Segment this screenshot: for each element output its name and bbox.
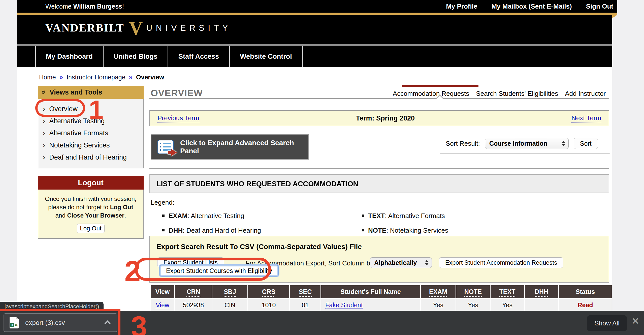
chevron-right-icon: › (43, 117, 45, 125)
col-crn[interactable]: CRN (175, 285, 212, 299)
nav-item-unified-blogs[interactable]: Unified Blogs (104, 46, 168, 67)
select-spinner-icon (425, 260, 429, 265)
account-links: My Profile My Mailbox (Sent E-Mails) Sig… (446, 3, 613, 10)
expand-advanced-search-button[interactable]: Click to Expand Advanced Search Panel (151, 134, 309, 160)
cell-crn: 502938 (175, 299, 212, 311)
nav-item-website-control[interactable]: Website Control (230, 46, 302, 67)
tab-bar: Accommodation Requests Search Students' … (393, 90, 606, 98)
list-section-header: LIST OF STUDENTS WHO REQUESTED ACCOMMODA… (149, 174, 609, 193)
breadcrumb-home[interactable]: Home (39, 74, 56, 81)
cell-exam: Yes (421, 299, 456, 311)
tab-accommodation-requests[interactable]: Accommodation Requests (393, 90, 469, 98)
chevron-right-icon: › (43, 142, 45, 149)
sort-button[interactable]: Sort (574, 138, 598, 149)
vanderbilt-v-icon: V (129, 18, 143, 38)
bullet-icon (362, 215, 364, 217)
col-note[interactable]: NOTE (456, 285, 491, 299)
students-table: View CRN SBJ CRS SEC Student's Full Name… (151, 285, 612, 311)
breadcrumb-instructor-homepage[interactable]: Instructor Homepage (67, 74, 125, 81)
logo-band: VANDERBILT V UNIVERSITY (17, 15, 612, 44)
legend-label: Legend: (151, 199, 538, 206)
sidebar-item-notetaking-services[interactable]: › Notetaking Services (38, 139, 143, 151)
breadcrumb: Home » Instructor Homepage » Overview (39, 73, 164, 81)
sort-result-box: Sort Result: Course Information Sort (440, 133, 610, 154)
chevron-right-icon: › (43, 154, 45, 161)
chevron-right-icon: » (129, 73, 133, 81)
col-status: Status (559, 285, 612, 299)
bullet-icon (162, 229, 165, 231)
logout-header: Logout (38, 176, 144, 190)
breadcrumb-overview: Overview (136, 74, 164, 81)
term-bar: Previous Term Term: Spring 2020 Next Ter… (149, 110, 609, 126)
nav-item-my-dashboard[interactable]: My Dashboard (36, 46, 103, 67)
cell-sbj: CIN (212, 299, 248, 311)
legend-item-exam: EXAM: Alternative Testing (162, 212, 362, 220)
col-sec[interactable]: SEC (290, 285, 321, 299)
sort-result-label: Sort Result: (446, 140, 480, 147)
screen: Welcome William Burgess! My Profile My M… (0, 0, 644, 335)
annotation-ring-step3 (0, 309, 120, 335)
my-profile-link[interactable]: My Profile (446, 3, 477, 10)
annotation-number-3: 3 (131, 312, 147, 335)
table-header-row: View CRN SBJ CRS SEC Student's Full Name… (151, 285, 612, 299)
export-section-title: Export Search Result To CSV (Comma-Separ… (156, 243, 362, 251)
active-tab-caret (436, 96, 443, 99)
view-link[interactable]: View (156, 301, 169, 309)
double-chevron-down-icon: » (40, 90, 48, 95)
nav-separator (302, 46, 303, 67)
red-arrow-icon (171, 149, 177, 156)
cell-dhh (525, 299, 559, 311)
main-nav: My Dashboard Unified Blogs Staff Access … (17, 46, 612, 67)
user-name: William Burgess (73, 3, 122, 10)
search-panel-icon (157, 140, 174, 154)
sidebar-item-deaf-and-hard-of-hearing[interactable]: › Deaf and Hard of Hearing (38, 151, 143, 163)
col-view: View (151, 285, 175, 299)
show-all-button[interactable]: Show All (587, 315, 627, 331)
next-term-link[interactable]: Next Term (571, 114, 601, 123)
logo-wordmark-left: VANDERBILT (45, 21, 124, 34)
gold-ribbon-corner-right (611, 15, 617, 19)
close-icon[interactable]: ✕ (631, 316, 639, 326)
tab-search-students-eligibilities[interactable]: Search Students' Eligibilities (476, 90, 558, 98)
legend-item-dhh: DHH: Deaf and Hard of Hearing (162, 227, 362, 234)
annotation-ring-step1 (35, 99, 85, 117)
cell-note: Yes (456, 299, 491, 311)
section-divider (149, 168, 609, 169)
bullet-icon (362, 229, 364, 231)
cell-sec: 01 (290, 299, 321, 311)
gold-ribbon (17, 13, 617, 15)
chevron-right-icon: » (59, 73, 63, 81)
table-row: View 502938 CIN 1010 01 Fake Student Yes… (151, 299, 612, 311)
export-sort-select[interactable]: Alphabetically (370, 257, 432, 268)
tab-add-instructor[interactable]: Add Instructor (565, 90, 606, 98)
logout-box: Logout Once you finish with your session… (38, 176, 144, 239)
bullet-icon (162, 215, 165, 217)
my-mailbox-link[interactable]: My Mailbox (Sent E-Mails) (491, 3, 572, 10)
welcome-message: Welcome William Burgess! (45, 3, 124, 10)
col-crs[interactable]: CRS (248, 285, 290, 299)
header-divider (17, 44, 612, 46)
legend-item-text: TEXT: Alternative Formats (362, 212, 538, 220)
previous-term-link[interactable]: Previous Term (157, 114, 199, 123)
export-accommodation-requests-button[interactable]: Export Student Accommodation Requests (439, 257, 563, 268)
col-exam[interactable]: EXAM (421, 285, 456, 299)
top-welcome-bar: Welcome William Burgess! My Profile My M… (17, 0, 617, 13)
log-out-button[interactable]: Log Out (77, 224, 105, 233)
active-tab-indicator (402, 85, 478, 87)
nav-item-staff-access[interactable]: Staff Access (168, 46, 229, 67)
col-dhh[interactable]: DHH (525, 285, 559, 299)
logo-wordmark-right: UNIVERSITY (146, 23, 232, 33)
select-spinner-icon (562, 141, 565, 146)
vanderbilt-logo: VANDERBILT V UNIVERSITY (45, 17, 232, 39)
tab-underline (149, 98, 609, 99)
sign-out-link[interactable]: Sign Out (586, 3, 613, 10)
sidebar-item-alternative-formats[interactable]: › Alternative Formats (38, 127, 143, 139)
sort-result-select[interactable]: Course Information (485, 138, 569, 149)
status-badge: Read (559, 299, 612, 311)
chevron-right-icon: › (43, 130, 45, 137)
col-sbj[interactable]: SBJ (212, 285, 248, 299)
student-name-link[interactable]: Fake Student (325, 301, 363, 309)
annotation-number-2: 2 (124, 257, 141, 286)
cell-text: Yes (491, 299, 525, 311)
col-text[interactable]: TEXT (491, 285, 525, 299)
